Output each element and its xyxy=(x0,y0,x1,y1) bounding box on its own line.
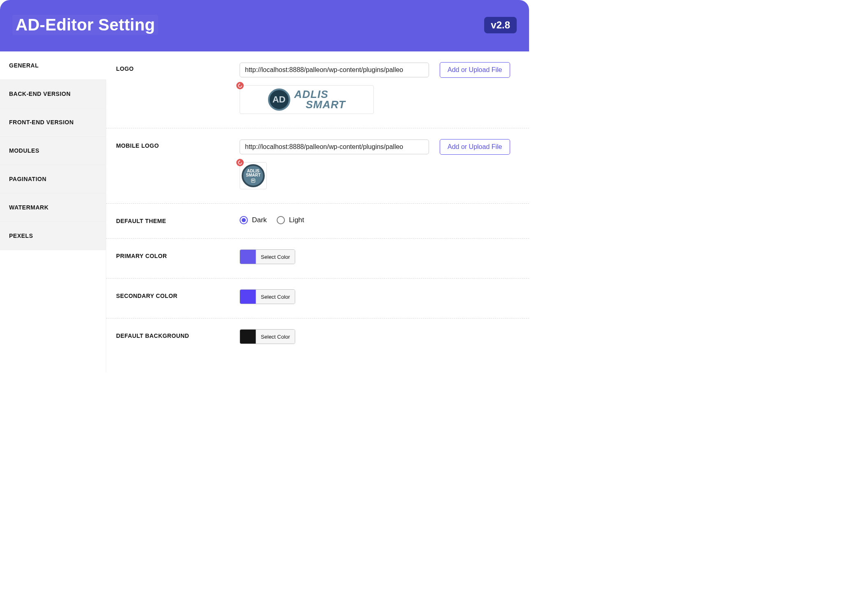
secondary-color-swatch xyxy=(240,290,256,304)
row-secondary-color: SECONDARY COLOR Select Color xyxy=(106,279,529,318)
primary-color-field: Select Color xyxy=(240,249,519,264)
tab-frontend-version[interactable]: FRONT-END VERSION xyxy=(0,108,106,137)
tab-general[interactable]: GENERAL xyxy=(0,51,106,80)
app-root: AD-Editor Setting v2.8 GENERAL BACK-END … xyxy=(0,0,529,379)
tab-pagination[interactable]: PAGINATION xyxy=(0,165,106,193)
tab-modules[interactable]: MODULES xyxy=(0,137,106,165)
default-background-select-label: Select Color xyxy=(256,330,295,344)
default-background-field: Select Color xyxy=(240,329,519,344)
row-default-theme: DEFAULT THEME Dark Light xyxy=(106,204,529,239)
mobile-logo-preview-box: ADLIS SMART H xyxy=(240,162,267,189)
tab-watermark[interactable]: WATERMARK xyxy=(0,193,106,222)
primary-color-select-label: Select Color xyxy=(256,250,295,264)
remove-mobile-logo-button[interactable] xyxy=(236,159,244,166)
adlis-logo: AD ADLIS SMART xyxy=(268,88,346,111)
tab-backend-version[interactable]: BACK-END VERSION xyxy=(0,80,106,108)
primary-color-swatch xyxy=(240,250,256,264)
content: LOGO Add or Upload File AD xyxy=(106,51,529,372)
theme-radio-dark-label: Dark xyxy=(252,216,267,224)
body: GENERAL BACK-END VERSION FRONT-END VERSI… xyxy=(0,51,529,372)
mobile-logo-url-input[interactable] xyxy=(240,139,429,154)
theme-radio-light[interactable]: Light xyxy=(277,216,304,224)
logo-field: Add or Upload File AD ADLIS SMART xyxy=(240,62,519,114)
logo-preview: AD ADLIS SMART xyxy=(240,85,374,114)
logo-text-line2: SMART xyxy=(294,100,346,110)
logo-label: LOGO xyxy=(116,62,240,72)
logo-preview-box: AD ADLIS SMART xyxy=(240,85,374,114)
secondary-color-field: Select Color xyxy=(240,289,519,304)
page-title: AD-Editor Setting xyxy=(12,15,158,35)
sidebar-fill xyxy=(0,250,106,372)
version-badge: v2.8 xyxy=(484,17,517,33)
remove-logo-button[interactable] xyxy=(236,82,244,89)
primary-color-label: PRIMARY COLOR xyxy=(116,249,240,259)
row-logo: LOGO Add or Upload File AD xyxy=(106,51,529,128)
mobile-logo-mark-icon: ADLIS SMART H xyxy=(242,164,265,187)
theme-radio-light-label: Light xyxy=(289,216,304,224)
primary-color-picker[interactable]: Select Color xyxy=(240,249,295,264)
theme-label: DEFAULT THEME xyxy=(116,214,240,224)
mobile-logo-tiny-icon: H xyxy=(251,179,255,183)
logo-url-input[interactable] xyxy=(240,63,429,77)
default-background-picker[interactable]: Select Color xyxy=(240,329,295,344)
mobile-logo-label: MOBILE LOGO xyxy=(116,139,240,149)
row-primary-color: PRIMARY COLOR Select Color xyxy=(106,239,529,279)
mobile-logo-field: Add or Upload File ADLIS SMART H xyxy=(240,139,519,189)
default-background-label: DEFAULT BACKGROUND xyxy=(116,329,240,339)
row-mobile-logo: MOBILE LOGO Add or Upload File ADLIS xyxy=(106,128,529,204)
row-default-background: DEFAULT BACKGROUND Select Color xyxy=(106,318,529,358)
theme-radio-dark[interactable]: Dark xyxy=(240,216,267,224)
header: AD-Editor Setting v2.8 xyxy=(0,0,529,51)
logo-mark-icon: AD xyxy=(268,88,290,111)
mobile-logo-preview: ADLIS SMART H xyxy=(240,162,267,189)
secondary-color-label: SECONDARY COLOR xyxy=(116,289,240,299)
secondary-color-picker[interactable]: Select Color xyxy=(240,289,295,304)
secondary-color-select-label: Select Color xyxy=(256,290,295,304)
logo-wordmark: ADLIS SMART xyxy=(294,89,346,109)
tab-pexels[interactable]: PEXELS xyxy=(0,222,106,250)
logo-upload-button[interactable]: Add or Upload File xyxy=(440,62,510,78)
mobile-logo-text-line1: ADLIS xyxy=(247,169,259,173)
mobile-logo-text-line2: SMART xyxy=(246,173,261,177)
mobile-logo-upload-button[interactable]: Add or Upload File xyxy=(440,139,510,155)
default-background-swatch xyxy=(240,330,256,344)
sidebar: GENERAL BACK-END VERSION FRONT-END VERSI… xyxy=(0,51,106,372)
theme-field: Dark Light xyxy=(240,214,519,224)
